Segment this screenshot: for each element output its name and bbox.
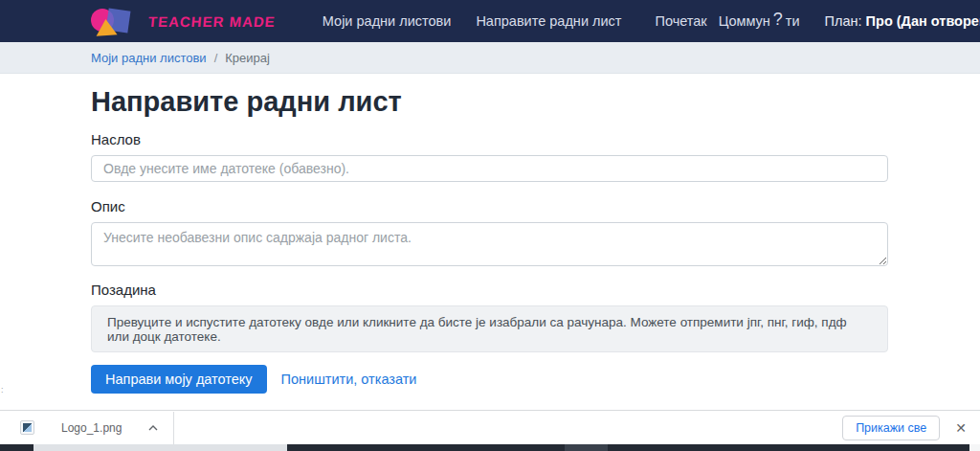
teachermade-logo-icon xyxy=(91,5,141,37)
create-file-button[interactable]: Направи моју датотеку xyxy=(91,365,267,394)
title-input[interactable] xyxy=(91,155,888,182)
download-file-name: Logo_1.png xyxy=(61,421,122,435)
bottom-strip-end xyxy=(969,444,980,451)
breadcrumb-current: Креирај xyxy=(225,51,270,65)
breadcrumb-link-my-worksheets[interactable]: Моји радни листови xyxy=(91,51,207,65)
plan-value: Про (Дан отворених врата) xyxy=(866,13,980,29)
nav-item-home[interactable]: Почетак xyxy=(655,13,706,29)
image-file-icon xyxy=(20,420,34,435)
cancel-link[interactable]: Поништити, отказати xyxy=(281,372,417,387)
downloaded-file-item[interactable]: Logo_1.png xyxy=(0,411,173,444)
horizontal-scrollbar-thumb[interactable] xyxy=(33,444,287,451)
nav-item-community[interactable]: Цоммун ? ти xyxy=(719,11,800,32)
nav-primary-links: Моји радни листови Направите радни лист xyxy=(310,13,635,29)
page-title: Направите радни лист xyxy=(91,86,888,118)
community-question-mark: ? xyxy=(773,10,783,30)
background-field-label: Позадина xyxy=(91,282,888,298)
shelf-right-controls: Прикажи све ✕ xyxy=(842,416,980,440)
brand-name: TEACHER MADE xyxy=(147,13,276,30)
close-shelf-icon[interactable]: ✕ xyxy=(955,421,967,435)
nav-item-create-worksheet[interactable]: Направите радни лист xyxy=(476,13,621,29)
nav-secondary-links: Почетак Цоммун ? ти План: Про (Дан отвор… xyxy=(634,11,980,33)
shelf-divider xyxy=(173,412,174,444)
file-dropzone[interactable]: Превуците и испустите датотеку овде или … xyxy=(91,305,888,352)
dropzone-instructions: Превуците и испустите датотеку овде или … xyxy=(107,315,872,344)
top-navbar: TEACHER MADE Моји радни листови Направит… xyxy=(0,0,980,42)
brand-logo[interactable]: TEACHER MADE xyxy=(91,5,276,37)
description-field-label: Опис xyxy=(91,198,888,214)
logo-triangle-shape xyxy=(95,18,117,35)
plan-status: План: Про (Дан отворених врата) xyxy=(825,13,980,29)
form-actions: Направи моју датотеку Поништити, отказат… xyxy=(91,365,888,394)
plan-label: План: xyxy=(825,13,862,29)
image-thumbnail xyxy=(23,423,32,432)
download-options-chevron-up-icon[interactable] xyxy=(146,423,160,433)
download-shelf: Logo_1.png Прикажи све ✕ xyxy=(0,410,980,444)
create-worksheet-form: Направите радни лист Наслов Опис Позадин… xyxy=(0,74,888,394)
community-label-suffix: ти xyxy=(786,13,800,29)
breadcrumb: Моји радни листови / Креирај xyxy=(0,42,980,74)
breadcrumb-separator: / xyxy=(214,51,218,65)
bottom-edge-strip xyxy=(0,444,980,451)
stray-pixel-artifact: : xyxy=(1,385,4,395)
bottom-strip-segment xyxy=(565,444,608,451)
description-textarea[interactable] xyxy=(91,222,888,266)
nav-item-my-worksheets[interactable]: Моји радни листови xyxy=(323,13,452,29)
community-label-prefix: Цоммун xyxy=(719,13,770,29)
show-all-downloads-button[interactable]: Прикажи све xyxy=(842,416,940,440)
title-field-label: Наслов xyxy=(91,131,888,147)
